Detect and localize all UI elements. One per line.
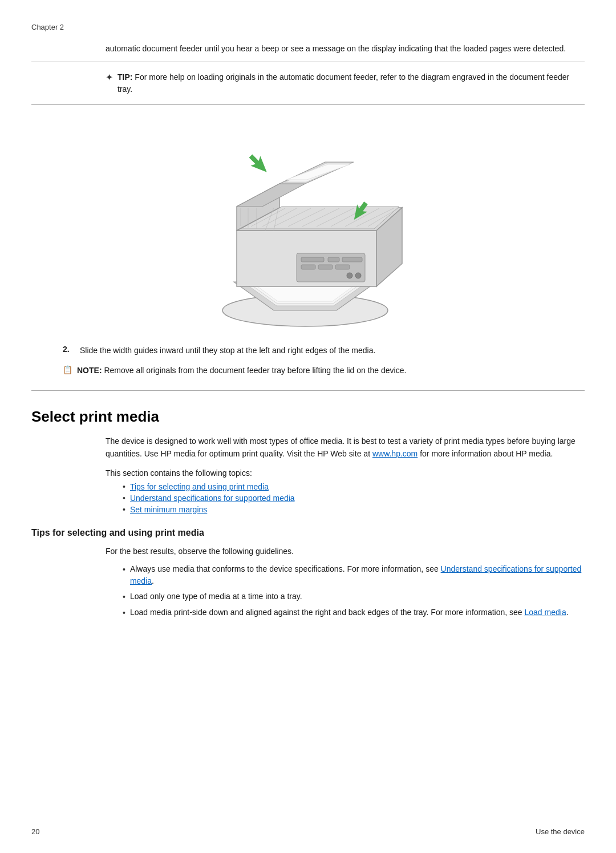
topics-list: Tips for selecting and using print media… — [123, 482, 585, 514]
topic-item-1: Tips for selecting and using print media — [123, 482, 585, 491]
chapter-header: Chapter 2 — [31, 23, 585, 31]
topic-item-2: Understand specifications for supported … — [123, 494, 585, 503]
subsection-title: Tips for selecting and using print media — [31, 528, 585, 538]
svg-point-9 — [355, 273, 361, 278]
note-box: 📋 NOTE: Remove all originals from the do… — [63, 362, 585, 379]
bullet-item-1: Always use media that conforms to the de… — [123, 563, 585, 587]
section-divider — [31, 390, 585, 391]
step-2-text: Slide the width guides inward until they… — [80, 345, 375, 357]
svg-rect-6 — [318, 265, 333, 269]
chapter-label: Chapter 2 — [31, 23, 64, 31]
top-divider — [31, 62, 585, 62]
note-text: NOTE: Remove all originals from the docu… — [77, 365, 406, 377]
svg-rect-2 — [301, 257, 324, 262]
footer-page-number: 20 — [31, 827, 39, 836]
section-body: The device is designed to work well with… — [106, 435, 585, 460]
understand-spec-link[interactable]: Understand specifications for supported … — [130, 564, 581, 585]
bullet-item-2: Load only one type of media at a time in… — [123, 591, 585, 603]
printer-image-area — [31, 122, 585, 328]
footer-section-title: Use the device — [536, 827, 585, 836]
topics-intro: This section contains the following topi… — [106, 468, 585, 478]
note-body: Remove all originals from the document f… — [104, 366, 406, 375]
step-2-item: 2. Slide the width guides inward until t… — [63, 345, 585, 357]
load-media-link[interactable]: Load media — [525, 608, 566, 617]
svg-rect-3 — [328, 257, 339, 262]
tip-body: For more help on loading originals in th… — [117, 72, 569, 94]
topic-link-3[interactable]: Set minimum margins — [130, 505, 207, 514]
tip-box: ✦ TIP: For more help on loading original… — [106, 68, 585, 99]
topic-link-2[interactable]: Understand specifications for supported … — [130, 494, 295, 503]
footer-bar: 20 Use the device — [31, 827, 585, 836]
svg-marker-25 — [246, 151, 271, 177]
subsection-intro: For the best results, observe the follow… — [106, 545, 585, 557]
topic-item-3: Set minimum margins — [123, 505, 585, 514]
step-2-number: 2. — [63, 345, 74, 354]
bullet-list: Always use media that conforms to the de… — [123, 563, 585, 619]
intro-paragraph: automatic document feeder until you hear… — [106, 43, 585, 55]
bullet-item-3: Load media print-side down and aligned a… — [123, 607, 585, 619]
printer-illustration — [188, 122, 428, 328]
tip-text: TIP: For more help on loading originals … — [117, 71, 585, 95]
note-icon: 📋 — [63, 365, 72, 374]
svg-point-8 — [347, 273, 352, 278]
topic-link-1[interactable]: Tips for selecting and using print media — [130, 482, 269, 491]
section-title: Select print media — [31, 408, 585, 426]
svg-rect-7 — [335, 265, 350, 269]
tip-divider — [31, 104, 585, 105]
hp-link[interactable]: www.hp.com — [372, 449, 418, 458]
svg-rect-5 — [301, 265, 315, 269]
tip-icon: ✦ — [106, 72, 113, 83]
svg-rect-4 — [342, 257, 362, 262]
